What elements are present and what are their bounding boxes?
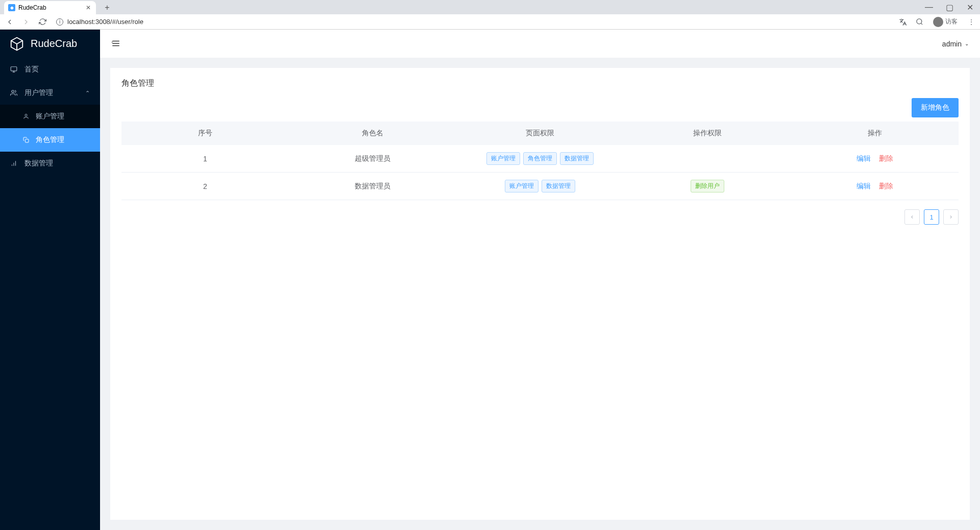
brand-text: RudeCrab — [31, 38, 77, 50]
sidebar-item-role-mgmt[interactable]: 角色管理 — [0, 128, 100, 152]
url-text: localhost:3008/#/user/role — [67, 18, 143, 26]
app-logo[interactable]: RudeCrab — [0, 30, 100, 58]
zoom-icon[interactable] — [915, 17, 924, 27]
sidebar-item-home[interactable]: 首页 — [0, 58, 100, 81]
cell-page-perms: 账户管理数据管理 — [456, 173, 624, 200]
col-op-perms: 操作权限 — [624, 122, 791, 145]
svg-line-1 — [921, 23, 922, 25]
perm-tag: 数据管理 — [560, 152, 594, 165]
user-dropdown[interactable]: admin ⌄ — [942, 40, 969, 48]
collapse-sidebar-button[interactable] — [111, 39, 121, 49]
sidebar-item-data-mgmt[interactable]: 数据管理 — [0, 152, 100, 175]
translate-icon[interactable] — [898, 17, 908, 27]
sidebar-item-label: 数据管理 — [24, 159, 53, 168]
svg-rect-7 — [26, 139, 29, 143]
page-title: 角色管理 — [121, 78, 959, 89]
user-icon — [22, 113, 30, 120]
cell-actions: 编辑删除 — [791, 173, 959, 200]
edit-button[interactable]: 编辑 — [856, 154, 871, 162]
forward-button[interactable] — [20, 16, 32, 28]
svg-rect-2 — [11, 67, 17, 71]
page-1-button[interactable]: 1 — [924, 209, 939, 225]
browser-tab[interactable]: ◆ RudeCrab ✕ — [4, 1, 96, 14]
cell-name: 数据管理员 — [289, 173, 456, 200]
svg-point-0 — [916, 19, 921, 24]
cell-actions: 编辑删除 — [791, 145, 959, 173]
chevron-up-icon: ⌃ — [85, 90, 90, 97]
tab-title: RudeCrab — [18, 4, 46, 11]
browser-tab-bar: ◆ RudeCrab ✕ + — ▢ ✕ — [0, 0, 980, 14]
tab-favicon-icon: ◆ — [8, 4, 15, 11]
col-index: 序号 — [121, 122, 289, 145]
perm-tag: 角色管理 — [523, 152, 557, 165]
sidebar-item-label: 账户管理 — [36, 112, 64, 121]
add-role-button[interactable]: 新增角色 — [912, 98, 959, 117]
sidebar-item-label: 首页 — [24, 65, 39, 74]
window-close-icon[interactable]: ✕ — [960, 0, 980, 14]
sidebar-item-label: 角色管理 — [36, 135, 64, 144]
bar-chart-icon — [10, 160, 17, 167]
roles-table: 序号 角色名 页面权限 操作权限 操作 1超级管理员账户管理角色管理数据管理编辑… — [121, 122, 959, 200]
perm-tag: 账户管理 — [505, 180, 538, 192]
prev-page-button[interactable] — [904, 209, 920, 225]
monitor-icon — [10, 66, 17, 73]
copy-icon — [22, 136, 30, 143]
browser-menu-icon[interactable]: ⋮ — [967, 17, 976, 27]
svg-point-5 — [12, 90, 14, 93]
svg-point-6 — [25, 114, 27, 116]
users-icon — [10, 89, 17, 97]
next-page-button[interactable] — [943, 209, 959, 225]
username-text: admin — [942, 40, 962, 48]
sidebar-item-label: 用户管理 — [24, 88, 53, 98]
sidebar-item-account-mgmt[interactable]: 账户管理 — [0, 105, 100, 128]
cell-page-perms: 账户管理角色管理数据管理 — [456, 145, 624, 173]
cell-op-perms: 删除用户 — [624, 173, 791, 200]
cell-op-perms — [624, 145, 791, 173]
cell-index: 2 — [121, 173, 289, 200]
window-minimize-icon[interactable]: — — [919, 0, 939, 14]
table-row: 1超级管理员账户管理角色管理数据管理编辑删除 — [121, 145, 959, 173]
profile-button[interactable]: 访客 — [931, 16, 960, 28]
browser-address-bar: i localhost:3008/#/user/role 访客 ⋮ — [0, 14, 980, 30]
cell-index: 1 — [121, 145, 289, 173]
sidebar-item-user-mgmt[interactable]: 用户管理 ⌃ — [0, 81, 100, 105]
site-info-icon[interactable]: i — [56, 18, 63, 26]
reload-button[interactable] — [37, 16, 48, 28]
back-button[interactable] — [4, 16, 15, 28]
col-page-perms: 页面权限 — [456, 122, 624, 145]
edit-button[interactable]: 编辑 — [856, 182, 871, 190]
window-maximize-icon[interactable]: ▢ — [939, 0, 960, 14]
new-tab-button[interactable]: + — [100, 1, 114, 14]
perm-tag: 删除用户 — [691, 180, 724, 192]
col-actions: 操作 — [791, 122, 959, 145]
main-content: admin ⌄ 角色管理 新增角色 序号 角色名 页面权限 操作权限 操作 — [100, 30, 980, 530]
guest-label: 访客 — [945, 17, 958, 26]
pagination: 1 — [121, 209, 959, 225]
app-header: admin ⌄ — [100, 30, 980, 58]
perm-tag: 数据管理 — [542, 180, 575, 192]
url-area[interactable]: i localhost:3008/#/user/role — [53, 18, 893, 26]
chevron-down-icon: ⌄ — [965, 41, 969, 46]
cell-name: 超级管理员 — [289, 145, 456, 173]
delete-button[interactable]: 删除 — [879, 154, 893, 162]
close-tab-icon[interactable]: ✕ — [85, 4, 92, 11]
logo-icon — [9, 36, 24, 52]
col-name: 角色名 — [289, 122, 456, 145]
perm-tag: 账户管理 — [486, 152, 520, 165]
sidebar: RudeCrab 首页 用户管理 ⌃ 账户管理 — [0, 30, 100, 530]
delete-button[interactable]: 删除 — [879, 182, 893, 190]
avatar-icon — [933, 17, 943, 27]
content-panel: 角色管理 新增角色 序号 角色名 页面权限 操作权限 操作 1超级管理员账户管理… — [110, 68, 970, 520]
table-row: 2数据管理员账户管理数据管理删除用户编辑删除 — [121, 173, 959, 200]
